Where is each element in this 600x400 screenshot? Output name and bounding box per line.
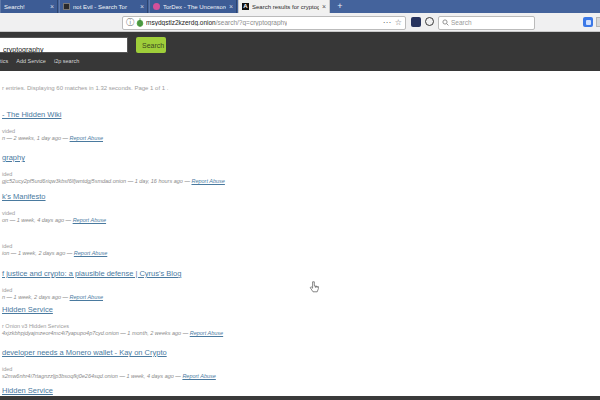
- extension-icon[interactable]: [583, 17, 593, 27]
- nav-link-statistics[interactable]: tics: [0, 58, 8, 64]
- tab-tordex[interactable]: TorDex - The Uncensored Tor ×: [149, 0, 237, 13]
- noscript-icon[interactable]: [411, 17, 421, 27]
- url-bar[interactable]: ⓘ msydqstlz2kzerdg.onion/search/?q=crypt…: [122, 16, 406, 30]
- result-title-link[interactable]: k's Manifesto: [2, 192, 46, 201]
- result-url-age: s2mw6nhr4i7rtagnzzljp3bsoqfkj0e264sqd.on…: [2, 373, 182, 379]
- result-meta: 4xjzkbhpjdyajmzeor4mc4i7yapupo4p7cyd.oni…: [2, 330, 223, 336]
- tor-onion-icon[interactable]: [136, 18, 144, 27]
- result-description: ided: [2, 287, 12, 293]
- result-url-age: ion — 1 week, 2 days ago —: [2, 250, 74, 256]
- tab-search[interactable]: Search! ×: [0, 0, 58, 13]
- tab-title: TorDex - The Uncensored Tor: [163, 4, 226, 10]
- navigation-toolbar: ⓘ msydqstlz2kzerdg.onion/search/?q=crypt…: [0, 13, 600, 32]
- result-title-link[interactable]: f justice and crypto: a plausible defens…: [2, 269, 181, 278]
- report-abuse-link[interactable]: Report Abuse: [70, 135, 103, 141]
- tab-not-evil[interactable]: not Evil - Search Tor ×: [59, 0, 148, 13]
- result-url-age: n — 2 weeks, 1 day ago —: [2, 135, 70, 141]
- ahmia-search-button[interactable]: Search: [136, 37, 166, 53]
- report-abuse-link[interactable]: Report Abuse: [190, 330, 223, 336]
- result-description: vided: [2, 210, 15, 216]
- result-title-link[interactable]: Hidden Service: [2, 386, 53, 395]
- nav-link-add-service[interactable]: Add Service: [16, 58, 46, 64]
- tab-title: Search results for cryptography: [252, 4, 319, 10]
- clipped-toolbar-icon[interactable]: [596, 17, 600, 27]
- result-title-link[interactable]: developer needs a Monero wallet - Kay on…: [2, 348, 167, 357]
- new-tab-button[interactable]: +: [333, 0, 347, 13]
- mouse-cursor-hand-icon: [308, 281, 320, 294]
- close-tab-icon[interactable]: ×: [50, 3, 54, 10]
- result-meta: gjc52ucy2pf5urd6riqw3kbsf6lfjwntdgj5smda…: [2, 178, 225, 184]
- browser-window: Search! × not Evil - Search Tor × TorDex…: [0, 0, 600, 400]
- result-meta: s2mw6nhr4i7rtagnzzljp3bsoqfkj0e264sqd.on…: [2, 373, 216, 379]
- result-url-age: n — 1 week, 2 days ago —: [2, 294, 70, 300]
- url-domain: msydqstlz2kzerdg.onion: [146, 19, 216, 26]
- report-abuse-link[interactable]: Report Abuse: [191, 178, 224, 184]
- result-meta: n — 2 weeks, 1 day ago — Report Abuse: [2, 135, 103, 141]
- result-description: ided: [2, 243, 12, 249]
- result-description: ided: [2, 171, 12, 177]
- result-meta: ion — 1 week, 2 days ago — Report Abuse: [2, 250, 107, 256]
- site-info-icon[interactable]: ⓘ: [126, 17, 134, 28]
- result-title-link[interactable]: Hidden Service: [2, 305, 53, 314]
- ahmia-header: Search tics Add Service i2p search: [0, 32, 600, 71]
- ahmia-search-input[interactable]: [0, 43, 123, 57]
- tab-title: not Evil - Search Tor: [73, 4, 137, 10]
- result-url-age: 4xjzkbhpjdyajmzeor4mc4i7yapupo4p7cyd.oni…: [2, 330, 190, 336]
- tab-title: Search!: [4, 4, 47, 10]
- nav-link-i2p-search[interactable]: i2p search: [54, 58, 79, 64]
- result-url-age: on — 1 week, 4 days ago —: [2, 217, 73, 223]
- results-status-line: r entries. Displaying 60 matches in 1.32…: [2, 85, 168, 91]
- page-actions-icon[interactable]: ⋯: [383, 18, 391, 27]
- toolbar-search-field[interactable]: [438, 16, 535, 30]
- result-description: r Onion v3 Hidden Services: [2, 323, 69, 329]
- not-evil-favicon-icon: [63, 3, 70, 10]
- tab-ahmia-results-active[interactable]: A Search results for cryptography ×: [238, 0, 330, 13]
- report-abuse-link[interactable]: Report Abuse: [182, 373, 215, 379]
- result-title-link[interactable]: graphy: [2, 153, 25, 162]
- report-abuse-link[interactable]: Report Abuse: [74, 250, 107, 256]
- result-meta: on — 1 week, 4 days ago — Report Abuse: [2, 217, 106, 223]
- close-tab-icon[interactable]: ×: [322, 3, 326, 10]
- report-abuse-link[interactable]: Report Abuse: [73, 217, 106, 223]
- close-tab-icon[interactable]: ×: [140, 3, 144, 10]
- ahmia-search-box[interactable]: [0, 37, 128, 53]
- report-abuse-link[interactable]: Report Abuse: [70, 294, 103, 300]
- bottom-dark-strip: [0, 396, 600, 400]
- result-description: ided: [2, 366, 12, 372]
- header-nav-links: tics Add Service i2p search: [0, 58, 79, 64]
- ahmia-favicon-icon: A: [242, 3, 249, 10]
- bookmark-star-icon[interactable]: ☆: [395, 18, 402, 27]
- tor-circuit-icon[interactable]: [425, 17, 434, 26]
- result-title-link[interactable]: - The Hidden Wiki: [2, 110, 61, 119]
- close-tab-icon[interactable]: ×: [229, 3, 233, 10]
- result-url-age: gjc52ucy2pf5urd6riqw3kbsf6lfjwntdgj5smda…: [2, 178, 191, 184]
- tab-bar: Search! × not Evil - Search Tor × TorDex…: [0, 0, 600, 13]
- url-path: /search/?q=cryptography: [216, 19, 288, 26]
- search-input[interactable]: [451, 19, 521, 26]
- result-meta: n — 1 week, 2 days ago — Report Abuse: [2, 294, 103, 300]
- magnifier-icon: [442, 19, 449, 26]
- result-description: vided: [2, 128, 15, 134]
- tordex-favicon-icon: [153, 3, 160, 10]
- url-text: msydqstlz2kzerdg.onion/search/?q=cryptog…: [146, 19, 287, 26]
